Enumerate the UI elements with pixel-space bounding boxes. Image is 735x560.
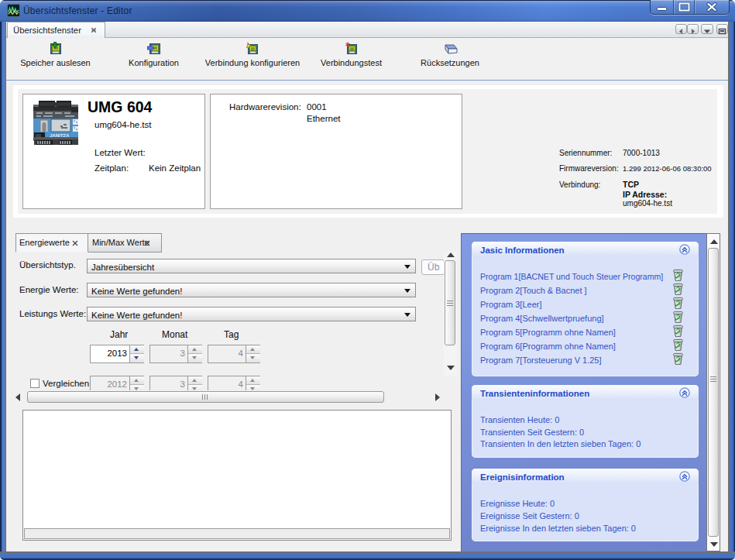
svg-text:JANITZA: JANITZA: [50, 133, 70, 138]
